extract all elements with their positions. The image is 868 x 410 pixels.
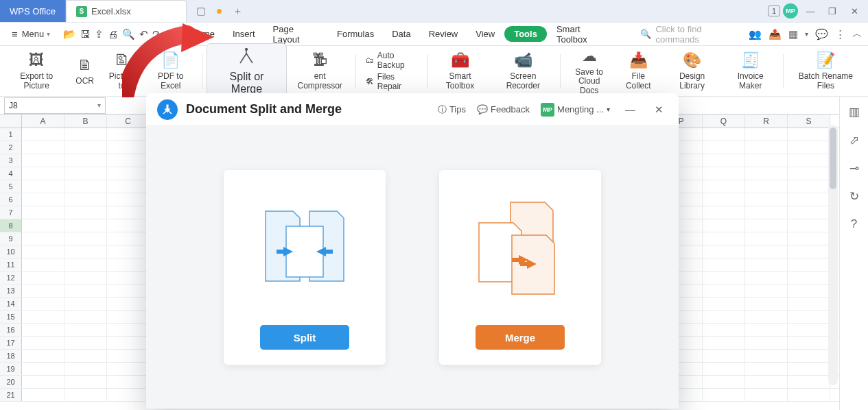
cell[interactable] [22,337,64,349]
cell[interactable] [107,258,150,271]
cell[interactable] [788,389,830,401]
smart-toolbox[interactable]: 🧰 Smart Toolbox [432,49,489,93]
cell[interactable] [703,180,745,193]
cell[interactable] [745,206,788,219]
cell[interactable] [745,167,788,180]
print-icon[interactable]: 🖨 [108,28,118,40]
cell[interactable] [745,232,788,245]
cell[interactable] [703,154,745,167]
cell[interactable] [745,154,788,167]
cell[interactable] [703,245,745,258]
cell[interactable] [703,363,745,375]
cell[interactable] [107,298,150,310]
row-header[interactable]: 2 [0,141,22,154]
cell[interactable] [22,272,64,284]
cell[interactable] [64,311,107,323]
cell[interactable] [64,141,107,154]
column-header[interactable]: R [745,114,788,128]
cell[interactable] [788,350,830,362]
cell[interactable] [107,154,150,167]
new-tab-button[interactable]: ＋ [233,5,243,18]
row-header[interactable]: 3 [0,154,22,167]
tips-link[interactable]: ⓘTips [438,104,466,116]
cell[interactable] [788,206,830,219]
cell[interactable] [107,206,150,219]
row-header[interactable]: 4 [0,167,22,180]
row-header[interactable]: 10 [0,245,22,258]
row-header[interactable]: 1 [0,128,22,141]
app-tab[interactable]: WPS Office [0,0,66,22]
cell[interactable] [22,298,64,310]
cell[interactable] [788,128,830,141]
auto-backup[interactable]: 🗂Auto Backup [366,51,417,70]
cell[interactable] [745,376,788,388]
cell[interactable] [22,128,64,141]
row-header[interactable]: 15 [0,311,22,323]
design-library[interactable]: 🎨 Design Library [663,49,720,93]
split-card[interactable]: Split [224,170,386,365]
redo-icon[interactable]: ↷ [152,28,161,40]
cell[interactable] [788,337,830,349]
cell[interactable] [107,232,150,245]
cell[interactable] [107,376,150,388]
window-count-badge[interactable]: 1 [768,5,780,16]
dialog-close[interactable]: ✕ [650,104,668,116]
cell[interactable] [788,193,830,206]
cell[interactable] [107,311,150,323]
kebab-icon[interactable]: ⋮ [835,28,845,40]
cell[interactable] [22,232,64,245]
chevron-down-icon[interactable]: ▾ [805,30,808,38]
select-all-corner[interactable] [0,114,22,128]
user-menu[interactable]: MP Mengting ... ▾ [541,103,610,117]
cell[interactable] [703,376,745,388]
cell[interactable] [788,285,830,297]
undo-icon[interactable]: ↶ [139,28,148,40]
settings-icon[interactable]: ⊸ [849,161,859,176]
cell[interactable] [107,180,150,193]
cell[interactable] [64,350,107,362]
cell[interactable] [22,154,64,167]
close-button[interactable]: ✕ [845,3,864,19]
cell[interactable] [22,180,64,193]
cell[interactable] [64,324,107,336]
cell[interactable] [22,350,64,362]
chat-icon[interactable]: 💬 [815,28,828,40]
row-header[interactable]: 20 [0,376,22,388]
row-header[interactable]: 14 [0,298,22,310]
presentation-icon[interactable]: ▢ [196,5,206,17]
tab-data[interactable]: Data [384,25,419,43]
cell[interactable] [788,154,830,167]
preview-icon[interactable]: 🔍 [122,28,135,40]
cell[interactable] [745,272,788,284]
cell[interactable] [107,141,150,154]
cell[interactable] [64,337,107,349]
save-icon[interactable]: 🖫 [80,28,91,40]
cell[interactable] [788,311,830,323]
cell[interactable] [22,193,64,206]
cell[interactable] [64,245,107,258]
cell[interactable] [703,167,745,180]
cell[interactable] [703,219,745,232]
user-avatar[interactable]: MP [783,3,798,19]
cell[interactable] [788,141,830,154]
row-header[interactable]: 5 [0,180,22,193]
cell[interactable] [788,324,830,336]
tab-home[interactable]: Home [183,25,223,43]
tab-formulas[interactable]: Formulas [329,25,382,43]
cell[interactable] [703,258,745,271]
save-cloud[interactable]: ☁ Save to Cloud Docs [565,45,613,98]
cell[interactable] [745,363,788,375]
row-header[interactable]: 17 [0,337,22,349]
cell[interactable] [64,154,107,167]
grid-icon[interactable]: ▦ [788,28,798,40]
cell[interactable] [745,285,788,297]
column-header[interactable]: C [107,114,150,128]
cell[interactable] [107,167,150,180]
row-header[interactable]: 12 [0,272,22,284]
row-header[interactable]: 6 [0,193,22,206]
cell[interactable] [107,389,150,401]
command-search[interactable]: 🔍 Click to find commands [640,24,746,45]
cell[interactable] [22,376,64,388]
split-or-merge[interactable]: Split or Merge [207,43,288,99]
cell[interactable] [64,193,107,206]
